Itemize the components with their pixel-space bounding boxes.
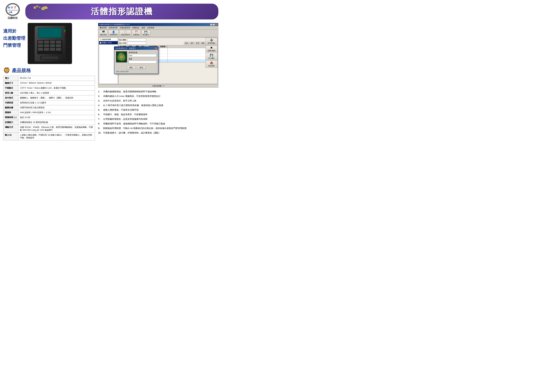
spec-label: 電力 [3, 76, 18, 81]
get-data-label: 取得資料 [208, 65, 215, 67]
feature-text: 全程中文語音指示，新手立即上路 [103, 99, 136, 102]
spec-value: 低於 0.6 秒 [18, 115, 95, 120]
spec-value: 鍵盤輸入、磁條刷卡（選配）、感應卡（選配）、直接比對 [18, 95, 95, 100]
svg-point-8 [39, 7, 40, 8]
form-row-machine: 輸入機號 [119, 38, 217, 41]
feature-item: 3. 全程中文語音指示，新手立即上路 [98, 99, 218, 102]
add-machine-label: 新增至機台 [208, 42, 215, 44]
sidebar-new-machine[interactable]: 新機台 (005) [99, 41, 118, 44]
cancel-button[interactable]: 取消 [137, 66, 146, 69]
svg-point-33 [64, 30, 66, 31]
feature-item: 5. 感應人體靜電值，不接受非活體手指 [98, 108, 218, 112]
menu-help[interactable]: 說明 [141, 26, 146, 29]
sidebar-fingerprint[interactable]: 🖐 連線指形機 [99, 38, 118, 41]
feature-item: 6. 手指髒汙、潮濕、脫皮等異常，不影響辨識率 [98, 113, 218, 116]
auto-icon: ⏰ [135, 30, 138, 34]
svg-point-6 [34, 6, 36, 9]
toolbar-attendance[interactable]: 📋 出勤記錄管理 [119, 30, 131, 36]
feature-text: 本機內建網路模組，無需另購網路轉換器即可連線傳輸 [103, 90, 156, 93]
checkbox-new-machine[interactable] [100, 42, 102, 44]
add-to-machine-button[interactable]: ➕ 新增至機台 [205, 38, 217, 45]
svg-rect-28 [44, 48, 49, 51]
product-svg [28, 23, 72, 64]
toolbar-auto-collect[interactable]: ⏰ 自動收收 [132, 30, 141, 36]
form-row-code: 輸入代碼 查詢 儲存 新增 刪除 返取 清除 [119, 42, 217, 45]
store-label: 存入機台 [208, 57, 215, 59]
menu-attendance[interactable]: 出勤記錄管理 [119, 26, 131, 29]
code-input[interactable] [127, 42, 146, 45]
spec-row: 字幕顯示大尺寸 72mm * 46mm 繪圖式 LCD，多國文字選配 [3, 86, 95, 91]
delete-button[interactable]: 刪除 [201, 42, 206, 45]
close-button[interactable]: ✕ [215, 24, 217, 26]
tagline-line3: 門禁管理 [3, 42, 25, 49]
svg-rect-27 [38, 48, 43, 51]
spec-label: 鑑識依據 [3, 105, 18, 110]
spec-value: 137mm * 260mm* 164mm / W/H/D [18, 81, 95, 86]
feature-text: 以 2 根手指外形三維立體形狀爲依據，無侵犯個人隱私之疑慮 [103, 104, 163, 107]
spec-label: 辨識率 [3, 110, 18, 115]
spec-value: 允許登錄 3 萬人，每人 2 組指形 [18, 91, 95, 95]
username-label: 使用者名稱 [129, 51, 156, 54]
machine-input[interactable] [127, 38, 146, 41]
spec-row: 輸入/出1 組輸入/輸出接點（可擴充至 16 組輸入/輸出），可接受信號輸入，並… [3, 133, 95, 140]
company-logo: H Y T 泓躍 [6, 3, 20, 16]
menu-settings[interactable]: 軟體設定 [131, 26, 140, 29]
feature-item: 8. 單機插電即可使用，連接網路線即可傳輸資料，可不用施工配線 [98, 122, 218, 125]
delete-from-machine-button[interactable]: ✖ 從機台刪除 [205, 45, 217, 52]
svg-rect-24 [44, 44, 49, 47]
menu-machine-mgmt[interactable]: 機台管理 [99, 26, 108, 29]
ui-title: 泓躍科技有限公司 指形模識辨定式 Y4.2 [99, 23, 130, 26]
software-ui: 泓躍科技有限公司 指形模識辨定式 Y4.2 _ □ ✕ 機台管理 使用者管理 出… [98, 23, 218, 88]
row-fp-3 [160, 54, 168, 57]
header-fingerprint: 指形號 1 [160, 45, 168, 48]
delete-machine-label: 從機台刪除 [208, 50, 215, 52]
add-button[interactable]: 新增 [195, 42, 200, 45]
ui-window-controls[interactable]: _ □ ✕ [210, 24, 217, 26]
ui-menubar: 機台管理 使用者管理 出勤記錄管理 軟體設定 說明 結束系統 [98, 26, 218, 29]
spec-label: 傳輸方式 [3, 125, 18, 133]
banner-title: 活體指形認證機 [91, 6, 153, 17]
password-input[interactable] [129, 61, 156, 63]
menu-exit[interactable]: 結束系統 [146, 26, 155, 29]
logo-area: H Y T 泓躍 泓躍科技 [3, 3, 22, 20]
svg-rect-30 [56, 48, 61, 51]
machine-icon: 🖥️ [102, 30, 105, 34]
svg-point-34 [64, 33, 66, 34]
menu-user-mgmt[interactable]: 使用者管理 [108, 26, 118, 29]
svg-text:Y: Y [11, 6, 14, 9]
ui-main-area: 🖐 連線指形機 新機台 (005) 輸入機號 [98, 37, 218, 84]
confirm-button[interactable]: 確定 [127, 66, 135, 69]
dialog-titlebar: 指形模識辨定式 - 系統登入 ✕ [114, 47, 158, 50]
ui-toolbar: 🖥️ 機台管理 👤 使用者管理 📋 出勤記錄管理 ⏰ 自動收收 💾 [98, 29, 218, 37]
spec-label: 代碼長度 [3, 100, 18, 105]
toolbar-machine-mgmt[interactable]: 🖥️ 機台管理 [99, 30, 108, 36]
spec-value: 內建 RS232、RS485、Ethernet 介面，無需另購傳輸模組。支援無線… [18, 125, 95, 133]
spec-value: 使用者自行定義 1~12 位數字 [18, 100, 95, 105]
dialog-title: 指形模識辨定式 - 系統登入 [115, 47, 136, 50]
spec-row: 使用人數允許登錄 3 萬人，每人 2 組指形 [3, 91, 95, 95]
feature-text: 附贈連線管理軟體，可輸出 txt 檔案格式的出勤記錄，相容各種出差勤及門禁管理軟… [103, 127, 187, 130]
toolbar-export[interactable]: 💾 格式匯出 [141, 30, 150, 36]
toolbar-user-mgmt[interactable]: 👤 使用者管理 [109, 30, 119, 36]
minimize-button[interactable]: _ [210, 24, 212, 26]
product-image [28, 23, 72, 64]
dialog-close-button[interactable]: ✕ [155, 47, 157, 49]
action-buttons: ➕ 新增至機台 ✖ 從機台刪除 💾 存入機台 📥 取得資料 [205, 38, 217, 68]
spec-value: 1 組輸入/輸出接點（可擴充至 16 組輸入/輸出），可接受信號輸入，並輸出控制… [18, 133, 95, 140]
query-button[interactable]: 查詢 [184, 42, 189, 45]
save-button[interactable]: 儲存 [190, 42, 195, 45]
svg-rect-32 [41, 56, 58, 59]
feature-num: 1. [98, 90, 102, 93]
spec-row: 傳輸方式內建 RS232、RS485、Ethernet 介面，無需另購傳輸模組。… [3, 125, 95, 133]
spec-value: 活體手指外部三維立體形狀 [18, 105, 95, 110]
ui-statusbar: 出勤記錄筆數：0 [98, 84, 218, 87]
dialog-buttons: 確定 取消 [114, 66, 158, 71]
username-input[interactable] [129, 54, 156, 57]
get-data-button[interactable]: 📥 取得資料 [205, 61, 217, 68]
store-machine-button[interactable]: 💾 存入機台 [205, 53, 217, 60]
svg-rect-21 [50, 41, 55, 43]
maximize-button[interactable]: □ [213, 24, 215, 26]
svg-rect-23 [38, 44, 43, 47]
svg-rect-17 [38, 28, 61, 37]
feature-item: 1. 本機內建網路模組，無需另購網路轉換器即可連線傳輸 [98, 90, 218, 93]
